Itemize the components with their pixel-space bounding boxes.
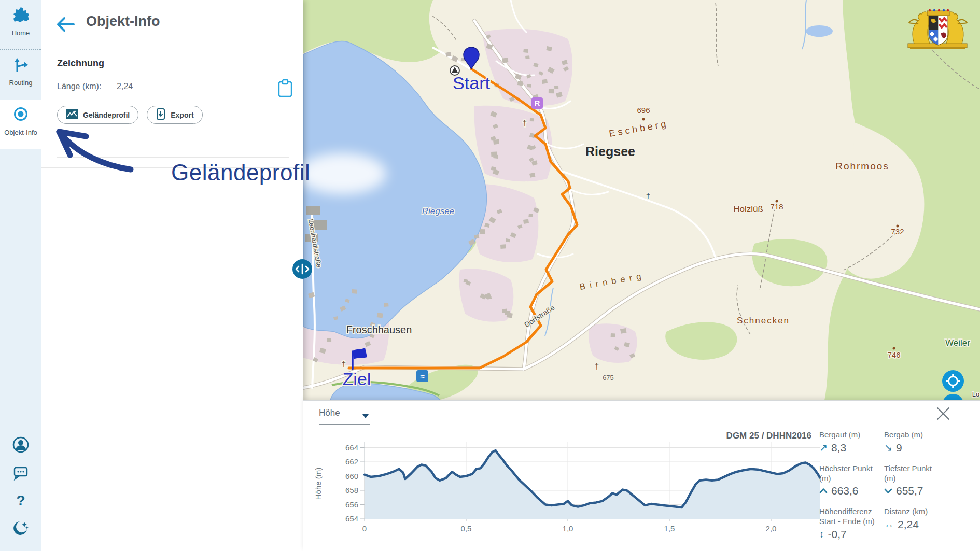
stat-label: Tiefster Punkt (m) [884, 464, 942, 484]
sidebar-item-label: Routing [0, 79, 41, 87]
svg-text:?: ? [16, 492, 25, 508]
objekt-info-panel: Objekt-Info Zeichnung Länge (km): 2,24 G… [41, 0, 303, 551]
arrow-up-down-icon: ↕ [819, 529, 824, 540]
svg-text:654: 654 [345, 514, 358, 523]
panel-header: Objekt-Info [41, 0, 303, 45]
stat-value: 9 [896, 442, 902, 454]
map-label: Lo [972, 390, 979, 398]
map-label: Schnecken [737, 316, 790, 326]
stat-label: Höhendifferenz Start - Ende (m) [819, 507, 877, 527]
stat-tiefster-punkt-m-: Tiefster Punkt (m)655,7 [884, 464, 951, 498]
map-label: † [523, 119, 527, 128]
panel-resize-handle[interactable] [292, 259, 312, 279]
map-label: Riegsee [585, 144, 635, 159]
night-mode-icon[interactable] [10, 519, 31, 540]
account-icon[interactable] [10, 435, 31, 456]
terrain-profile-button[interactable]: Geländeprofil [57, 106, 138, 124]
svg-text:664: 664 [345, 443, 358, 452]
length-value: 2,24 [117, 82, 133, 91]
svg-text:660: 660 [345, 472, 358, 481]
stat-h-chster-punkt-m-: Höchster Punkt (m)663,6 [819, 464, 884, 498]
length-label: Länge (km): [57, 82, 101, 91]
stat-label: Bergab (m) [884, 430, 942, 440]
map-label: 718 [770, 202, 783, 211]
map-label: 696 [637, 106, 650, 115]
sidebar-item-objekt-info[interactable]: Objekt-Info [0, 100, 41, 149]
export-icon [156, 108, 166, 121]
help-icon[interactable]: ? [10, 491, 31, 512]
route-branch-icon [11, 67, 30, 76]
map-label: 746 [887, 350, 900, 359]
sidebar-item-home[interactable]: Home [0, 0, 41, 50]
stat-label: Höchster Punkt (m) [819, 464, 877, 484]
divider [57, 157, 289, 158]
map-label: † [342, 359, 346, 368]
map-label: 732 [891, 227, 904, 236]
sidebar-item-routing[interactable]: Routing [0, 50, 41, 100]
map-label: Riegsee [422, 206, 454, 216]
sidebar-bottom: ? [0, 428, 41, 547]
stat-label: Bergauf (m) [819, 430, 877, 440]
profile-type-select[interactable]: Höhe [319, 408, 370, 425]
chevron-down-icon [362, 414, 369, 418]
sidebar-item-label: Home [0, 29, 41, 37]
map-label: R [535, 98, 540, 107]
action-buttons: Geländeprofil Export [57, 106, 203, 124]
map-label: † [595, 362, 599, 371]
close-icon[interactable] [936, 406, 950, 421]
stat-value: -0,7 [828, 528, 847, 541]
sidebar-item-label: Objekt-Info [0, 129, 41, 136]
clipboard-icon[interactable] [277, 79, 293, 97]
stat-bergab-m-: Bergab (m)↘9 [884, 430, 951, 454]
locate-button[interactable] [942, 370, 964, 392]
svg-text:≈: ≈ [420, 372, 424, 380]
svg-text:1,5: 1,5 [664, 524, 675, 533]
stat-distanz-km-: Distanz (km)↔2,24 [884, 507, 951, 541]
export-button[interactable]: Export [147, 106, 202, 124]
map-label: Froschhausen [346, 324, 412, 335]
arrow-left-right-icon: ↔ [884, 519, 894, 530]
chevron-down-icon [884, 488, 892, 494]
elevation-source-label: DGM 25 / DHHN2016 [708, 431, 811, 441]
bavaria-icon [11, 18, 30, 26]
stat-h-hendifferenz-start-ende-m-: Höhendifferenz Start - Ende (m)↕-0,7 [819, 507, 884, 541]
elevation-stats: Bergauf (m)↗8,3Bergab (m)↘9Höchster Punk… [819, 430, 951, 550]
app-window: Home Routing Objekt-Info [0, 0, 980, 551]
map-label: Weiler [945, 338, 970, 348]
map-label: Holzlüß [733, 204, 763, 214]
stat-value: 655,7 [896, 485, 923, 497]
svg-text:0: 0 [362, 524, 367, 533]
svg-text:658: 658 [345, 486, 358, 495]
elevation-profile-panel: Höhe DGM 25 / DHHN2016 65465665866066266… [303, 400, 980, 551]
target-icon [11, 117, 30, 126]
selected-option: Höhe [319, 408, 340, 418]
svg-text:2,0: 2,0 [766, 524, 777, 533]
divider [41, 167, 303, 168]
arrow-up-right-icon: ↗ [819, 442, 828, 454]
svg-text:656: 656 [345, 500, 358, 509]
svg-text:0,5: 0,5 [461, 524, 472, 533]
map-label: Ziel [343, 369, 371, 389]
annotation-glow [298, 153, 386, 194]
map-label: † [646, 191, 650, 200]
back-arrow-icon[interactable] [55, 16, 76, 33]
stat-label: Distanz (km) [884, 507, 942, 517]
button-label: Export [171, 111, 193, 119]
section-title: Zeichnung [57, 58, 104, 69]
button-label: Geländeprofil [83, 111, 130, 119]
svg-text:1,0: 1,0 [563, 524, 573, 533]
terrain-profile-icon [66, 109, 78, 121]
map-label: 675 [603, 374, 614, 382]
svg-text:662: 662 [345, 457, 358, 466]
stat-bergauf-m-: Bergauf (m)↗8,3 [819, 430, 884, 454]
map-viewport[interactable]: ≈ StartZielRiegseeRiegseeFroschhausenEsc… [303, 0, 980, 400]
chevron-up-icon [819, 488, 828, 494]
page-title: Objekt-Info [86, 13, 160, 30]
map-label: Rohrmoos [835, 161, 889, 172]
feedback-icon[interactable] [10, 463, 31, 484]
svg-text:Höhe (m): Höhe (m) [314, 468, 323, 500]
swimming-icon: ≈ [416, 370, 428, 382]
stat-value: 8,3 [831, 442, 846, 454]
sidebar: Home Routing Objekt-Info [0, 0, 41, 551]
stat-value: 2,24 [898, 518, 919, 531]
